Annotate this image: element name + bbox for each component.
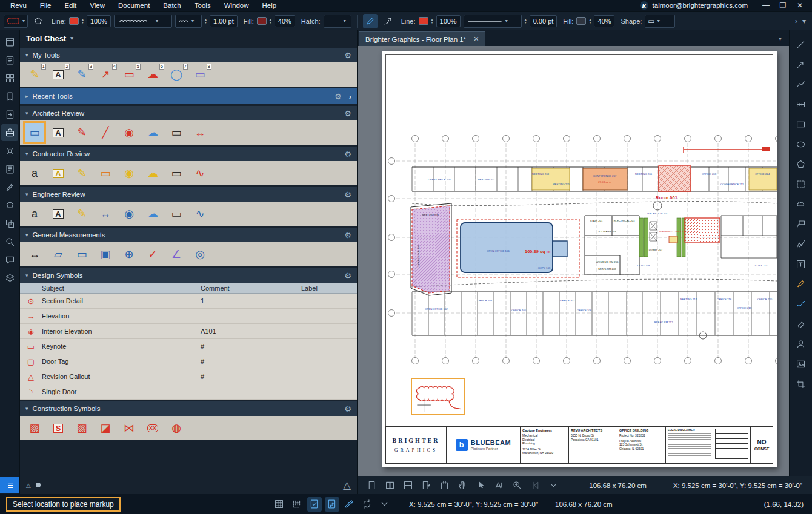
line2-width-field[interactable]: 0.00 pt [530, 15, 557, 27]
highlighter-yellow-tool[interactable]: ✎ [72, 163, 92, 183]
line2-opacity-field[interactable]: 100% [436, 15, 461, 27]
split-view-icon[interactable] [400, 478, 416, 493]
callout-red-tool[interactable]: ▭5 [119, 65, 139, 84]
bookmarks-panel-icon[interactable] [1, 88, 18, 105]
line-width-stepper[interactable]: ▴▾ [205, 18, 207, 24]
section-gear-icon[interactable]: ⚙ [344, 51, 351, 59]
rotate-page-icon[interactable] [436, 478, 452, 493]
callout-tool[interactable]: ▭ [167, 163, 186, 183]
fill2-color-swatch[interactable] [576, 17, 586, 25]
fill2-opacity-field[interactable]: 40% [594, 15, 614, 27]
zoom-tool-icon[interactable] [509, 478, 525, 493]
section-gear-icon[interactable]: ⚙ [344, 272, 351, 280]
center-radius-tool[interactable]: ◎ [190, 245, 210, 264]
section-gear-icon[interactable]: ⚙ [344, 110, 351, 117]
callout-tool-icon[interactable] [792, 215, 810, 233]
section-header-architect-review[interactable]: ▾Architect Review⚙ [20, 106, 357, 120]
highlight-mode-button[interactable] [363, 14, 378, 28]
two-page-view-icon[interactable] [382, 478, 398, 493]
measure-zigzag-blue-tool[interactable]: ∿ [190, 204, 210, 223]
measurements-panel-icon[interactable] [1, 33, 18, 50]
dimension-tool-icon[interactable] [792, 95, 810, 113]
design-symbol-row-door-tag[interactable]: ▢Door Tag# [20, 354, 357, 369]
circle-callout-red-tool[interactable]: ◉ [119, 123, 139, 142]
section-gear-icon[interactable]: ⚙ [344, 191, 351, 199]
highlighter-tool-icon[interactable] [792, 275, 810, 293]
freehand-pen-tool-icon[interactable] [792, 295, 810, 313]
properties-panel-icon[interactable] [1, 142, 18, 159]
section-expand-icon[interactable]: › [349, 92, 351, 101]
cloud-blue-tool[interactable]: ☁ [143, 123, 162, 142]
fill-opacity-field[interactable]: 40% [275, 15, 295, 27]
cloud-blue-tool[interactable]: ☁ [143, 204, 162, 223]
callout-tool[interactable]: ▭ [167, 204, 186, 223]
diameter-measure-tool[interactable]: ⊕ [119, 245, 139, 264]
tool-preview-dropdown[interactable]: ▾ [4, 15, 28, 28]
measure-blue-tool[interactable]: ↔ [96, 204, 115, 223]
line2-color-swatch[interactable] [419, 17, 428, 25]
design-symbol-row-interior-elevation[interactable]: ◈Interior ElevationA101 [20, 324, 357, 339]
design-symbol-row-single-door[interactable]: ◝Single Door [20, 384, 357, 400]
callout-tool[interactable]: ▭ [167, 123, 186, 142]
line-style-dropdown[interactable]: ▾ [464, 15, 522, 28]
callout-a-tool[interactable]: a [25, 163, 44, 183]
sets-panel-icon[interactable] [1, 269, 18, 286]
section-gear-icon[interactable]: ⚙ [344, 150, 351, 158]
hatch-dropdown[interactable]: ▾ [324, 15, 351, 28]
measure-tool-icon[interactable] [792, 235, 810, 253]
section-header-design-symbols[interactable]: ▾Design Symbols⚙ [20, 268, 357, 283]
stamp-tool-icon[interactable] [792, 335, 810, 353]
arrow-tool-icon[interactable] [792, 55, 810, 73]
menu-item-edit[interactable]: Edit [58, 2, 83, 9]
design-symbol-row-section-detail[interactable]: ⊙Section Detail1 [20, 294, 357, 309]
menu-item-document[interactable]: Document [111, 2, 156, 9]
shape-dropdown[interactable]: ▭▾ [645, 15, 675, 28]
eraser-tool-icon[interactable] [792, 315, 810, 333]
search-panel-icon[interactable] [1, 233, 18, 250]
pan-tool-icon[interactable] [454, 478, 470, 493]
text-tool[interactable]: A2 [48, 65, 68, 84]
arrow-red-tool[interactable]: ↗4 [96, 65, 115, 84]
polyline-tool-icon[interactable] [792, 75, 810, 93]
line-tool-icon[interactable] [792, 35, 810, 53]
shape-properties-icon[interactable] [31, 14, 45, 28]
select-tool-icon[interactable] [473, 478, 488, 493]
menu-item-batch[interactable]: Batch [156, 2, 187, 9]
tab-list-dropdown-icon[interactable]: ▾ [779, 35, 782, 42]
design-symbol-row-keynote[interactable]: ▭Keynote# [20, 339, 357, 354]
section-header-construction-symbols[interactable]: ▾Construction Symbols⚙ [20, 401, 357, 416]
views-dropdown-icon[interactable] [545, 478, 561, 493]
tab-close-icon[interactable]: ✕ [473, 35, 479, 43]
rectangle-tool-icon[interactable] [792, 115, 810, 133]
menu-item-revu[interactable]: Revu [4, 2, 33, 9]
text-tool[interactable]: A [48, 123, 68, 142]
design-symbol-row-revision-callout[interactable]: △Revision Callout# [20, 369, 357, 384]
line-color-swatch[interactable] [69, 17, 79, 25]
slider-knob[interactable] [36, 483, 41, 487]
draw-mode-icon[interactable] [342, 497, 357, 512]
length-measure-tool[interactable]: ↔ [25, 245, 44, 264]
select-text-icon[interactable] [491, 478, 507, 493]
menu-item-file[interactable]: File [33, 2, 58, 9]
hex-tag-symbol[interactable]: XX [143, 418, 162, 438]
fill2-opacity-stepper[interactable]: ▴▾ [589, 18, 591, 24]
toolbar-options-button[interactable]: ▾ [802, 17, 806, 25]
tool-chest-header[interactable]: Tool Chest ▾ [20, 30, 357, 46]
text-tool[interactable]: A [48, 204, 68, 223]
cross-hatch-symbol[interactable]: ▧ [72, 418, 92, 438]
text-yellow-tool[interactable]: A [48, 163, 68, 183]
bowtie-symbol[interactable]: ⋈ [119, 418, 139, 438]
measure-red-tool[interactable]: ↔ [190, 123, 210, 142]
line-style-cloud-dropdown[interactable]: ▾ [114, 15, 172, 28]
callout-a-tool[interactable]: a [25, 204, 44, 223]
area-measure-tool[interactable]: ▱ [48, 245, 68, 264]
thumbnails-panel-icon[interactable] [1, 70, 18, 87]
polygon-tool-icon[interactable] [792, 155, 810, 173]
edit-mode-icon[interactable] [325, 497, 339, 512]
highlighter-red-tool[interactable]: ✎ [72, 123, 92, 142]
links-panel-icon[interactable] [1, 197, 18, 214]
section-header-engineer-review[interactable]: ▾Engineer Review⚙ [20, 187, 357, 202]
circle-callout-yellow-tool[interactable]: ◉ [119, 163, 139, 183]
section-header-general-measurements[interactable]: ▾General Measurements⚙ [20, 228, 357, 242]
crop-tool-icon[interactable] [792, 375, 810, 393]
